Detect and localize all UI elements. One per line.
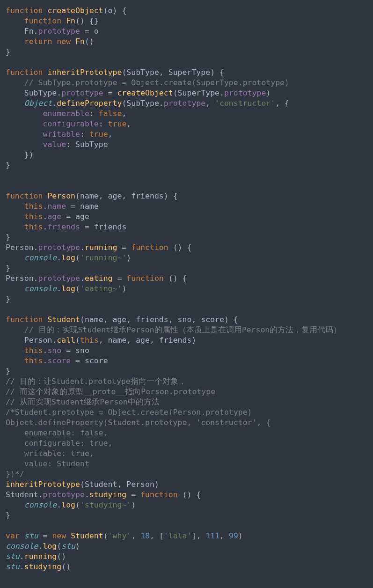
code-token: createObject (47, 6, 103, 15)
code-token: , (108, 130, 113, 139)
code-token (52, 37, 57, 46)
code-token: function (6, 68, 43, 77)
code-token: () {} (75, 16, 99, 25)
code-token: = (103, 88, 117, 97)
code-token: function (24, 16, 61, 25)
code-token: var (6, 531, 20, 540)
code-token: , [ (150, 531, 164, 540)
code-token: function (6, 6, 43, 15)
code-content: function createObject(o) { function Fn()… (6, 6, 341, 571)
code-token: configurable (43, 119, 98, 128)
code-token: inheritPrototype (47, 68, 122, 77)
code-token: stu (6, 562, 20, 571)
code-token: Fn (75, 37, 85, 46)
code-token: = (113, 274, 127, 283)
code-token: (SubType. (122, 99, 163, 108)
code-token (43, 191, 47, 200)
code-token: Person (47, 191, 75, 200)
code-token: , { (275, 99, 289, 108)
code-token: Student (71, 531, 103, 540)
code-token: inheritPrototype (6, 480, 80, 489)
code-token: } (6, 264, 10, 272)
code-token: new (52, 531, 66, 540)
code-token: Object.defineProperty(Student.prototype,… (6, 418, 271, 427)
code-token: ) (131, 500, 136, 509)
code-token: = (38, 531, 52, 540)
code-token: console (6, 542, 38, 551)
code-token: } (6, 294, 10, 303)
code-token: console (24, 253, 57, 262)
code-token: return (24, 37, 52, 46)
code-token: function (126, 274, 163, 283)
code-token: function (6, 315, 43, 324)
code-token: . (43, 202, 48, 211)
code-token: this (24, 202, 43, 211)
code-token: ( (103, 531, 108, 540)
code-token: = sno (61, 346, 89, 355)
code-token: ) (75, 542, 80, 551)
code-token (20, 531, 24, 540)
code-token: , (131, 531, 140, 540)
code-token: log (61, 500, 75, 509)
code-token: this (24, 212, 43, 221)
code-token (6, 325, 24, 334)
code-token: value (43, 140, 66, 149)
code-token: , (205, 99, 215, 108)
code-token: . (38, 542, 43, 551)
code-token: = (126, 490, 140, 499)
code-token: } (6, 233, 10, 242)
code-token: running (85, 243, 117, 252)
code-token: . (20, 552, 24, 561)
code-token: , (219, 531, 229, 540)
code-token: . (43, 356, 48, 365)
code-token: age (47, 212, 61, 221)
code-token: Student (47, 315, 80, 324)
code-token: . (43, 222, 48, 231)
code-token: . (57, 284, 61, 293)
code-token (6, 16, 24, 25)
code-token: SubType (126, 68, 159, 77)
code-token: Student. (6, 490, 43, 499)
code-token: () { (178, 490, 201, 499)
code-token: }) (6, 150, 34, 159)
code-token: writable (43, 130, 80, 139)
code-token: Person. (6, 274, 38, 283)
code-token (6, 37, 24, 46)
code-token: true (108, 119, 127, 128)
code-token: Object (24, 99, 52, 108)
code-token: = score (71, 356, 108, 365)
code-token: , (122, 109, 126, 118)
code-token: 'lala' (164, 531, 192, 540)
code-token: prototype (38, 274, 80, 283)
code-token (6, 119, 43, 128)
code-token: () (57, 552, 66, 561)
code-token: eating (85, 274, 113, 283)
code-token (6, 130, 43, 139)
code-token: ], (191, 531, 205, 540)
code-token: 'eating~' (80, 284, 122, 293)
code-token: = friends (80, 222, 126, 231)
code-token: (SuperType. (173, 88, 224, 97)
code-token (61, 16, 66, 25)
code-token: (name, age, friends) { (75, 191, 178, 200)
code-token: false (99, 109, 122, 118)
code-token: function (140, 490, 177, 499)
code-token: 18 (140, 531, 150, 540)
code-token: stu (61, 542, 75, 551)
code-token: function (131, 243, 168, 252)
code-token: ( (57, 542, 61, 551)
code-token: ) { (210, 68, 224, 77)
code-token: /*Student.prototype = Object.create(Pers… (6, 408, 252, 417)
code-token: } (6, 367, 10, 375)
code-token: = age (61, 212, 89, 221)
code-token: , name, age, friends) (99, 336, 197, 345)
code-token: () (61, 562, 71, 571)
code-token: prototype (61, 88, 103, 97)
code-token: SubType. (6, 88, 61, 97)
code-token: call (57, 336, 75, 345)
code-token: ( (75, 284, 80, 293)
code-token: true (89, 130, 108, 139)
code-token: . (20, 562, 24, 571)
code-token (6, 140, 43, 149)
code-token: // 目的：让Student.prototype指向一个对象， (6, 377, 186, 386)
